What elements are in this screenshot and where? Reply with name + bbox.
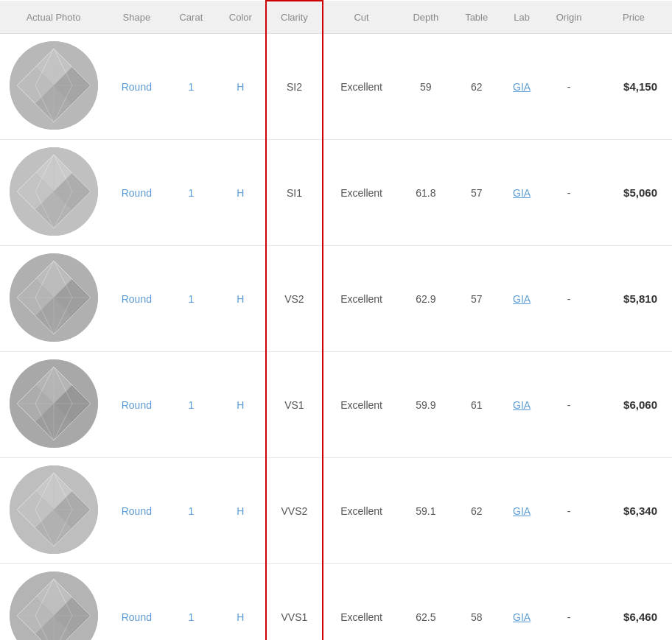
- cell-color: H: [216, 564, 266, 641]
- cell-price: $5,060: [595, 140, 672, 246]
- table-row: Round 1 H VS2 Excellent 62.9 57 GIA - $5…: [0, 246, 672, 352]
- cell-origin: -: [542, 564, 595, 641]
- cell-origin: -: [542, 352, 595, 458]
- table-row: Round 1 H VVS1 Excellent 62.5 58 GIA - $…: [0, 564, 672, 641]
- cell-lab[interactable]: GIA: [501, 140, 543, 246]
- cell-depth: 62.5: [399, 564, 452, 641]
- cell-lab[interactable]: GIA: [501, 34, 543, 140]
- cell-table: 58: [452, 564, 501, 641]
- diamond-photo: [0, 140, 107, 246]
- cell-origin: -: [542, 34, 595, 140]
- cell-carat: 1: [167, 140, 216, 246]
- diamond-image: [10, 41, 98, 130]
- diamond-table: Actual Photo Shape Carat Color Clarity C…: [0, 0, 672, 640]
- cell-cut: Excellent: [323, 140, 399, 246]
- cell-clarity: VVS1: [266, 564, 323, 641]
- cell-shape: Round: [107, 352, 167, 458]
- cell-shape: Round: [107, 246, 167, 352]
- cell-lab[interactable]: GIA: [501, 352, 543, 458]
- cell-color: H: [216, 458, 266, 564]
- header-table: Table: [452, 1, 501, 34]
- cell-price: $4,150: [595, 34, 672, 140]
- diamond-image: [10, 359, 98, 448]
- diamond-photo: [0, 458, 107, 564]
- table-header: Actual Photo Shape Carat Color Clarity C…: [0, 1, 672, 34]
- cell-clarity: VS2: [266, 246, 323, 352]
- cell-color: H: [216, 140, 266, 246]
- header-cut: Cut: [323, 1, 399, 34]
- cell-cut: Excellent: [323, 34, 399, 140]
- cell-depth: 61.8: [399, 140, 452, 246]
- cell-price: $6,460: [595, 564, 672, 641]
- cell-clarity: SI1: [266, 140, 323, 246]
- cell-shape: Round: [107, 34, 167, 140]
- cell-cut: Excellent: [323, 352, 399, 458]
- cell-cut: Excellent: [323, 458, 399, 564]
- cell-color: H: [216, 246, 266, 352]
- diamond-photo: [0, 564, 107, 641]
- cell-table: 57: [452, 246, 501, 352]
- header-color: Color: [216, 1, 266, 34]
- cell-carat: 1: [167, 458, 216, 564]
- table-row: Round 1 H SI2 Excellent 59 62 GIA - $4,1…: [0, 34, 672, 140]
- header-price: Price: [595, 1, 672, 34]
- cell-origin: -: [542, 140, 595, 246]
- cell-table: 62: [452, 458, 501, 564]
- cell-origin: -: [542, 246, 595, 352]
- cell-shape: Round: [107, 564, 167, 641]
- diamond-photo: [0, 352, 107, 458]
- table-row: Round 1 H VS1 Excellent 59.9 61 GIA - $6…: [0, 352, 672, 458]
- table-row: Round 1 H SI1 Excellent 61.8 57 GIA - $5…: [0, 140, 672, 246]
- header-shape: Shape: [107, 1, 167, 34]
- cell-color: H: [216, 352, 266, 458]
- cell-color: H: [216, 34, 266, 140]
- cell-depth: 59: [399, 34, 452, 140]
- cell-shape: Round: [107, 140, 167, 246]
- cell-shape: Round: [107, 458, 167, 564]
- cell-clarity: VVS2: [266, 458, 323, 564]
- cell-lab[interactable]: GIA: [501, 246, 543, 352]
- cell-lab[interactable]: GIA: [501, 564, 543, 641]
- header-origin: Origin: [542, 1, 595, 34]
- diamond-image: [10, 253, 98, 342]
- header-carat: Carat: [167, 1, 216, 34]
- cell-origin: -: [542, 458, 595, 564]
- cell-cut: Excellent: [323, 564, 399, 641]
- header-clarity: Clarity: [266, 1, 323, 34]
- cell-price: $6,060: [595, 352, 672, 458]
- cell-clarity: VS1: [266, 352, 323, 458]
- header-depth: Depth: [399, 1, 452, 34]
- cell-price: $6,340: [595, 458, 672, 564]
- diamond-image: [10, 147, 98, 236]
- cell-carat: 1: [167, 34, 216, 140]
- cell-cut: Excellent: [323, 246, 399, 352]
- cell-carat: 1: [167, 564, 216, 641]
- header-photo: Actual Photo: [0, 1, 107, 34]
- cell-table: 61: [452, 352, 501, 458]
- cell-depth: 59.9: [399, 352, 452, 458]
- cell-clarity: SI2: [266, 34, 323, 140]
- cell-table: 57: [452, 140, 501, 246]
- cell-depth: 62.9: [399, 246, 452, 352]
- cell-price: $5,810: [595, 246, 672, 352]
- cell-carat: 1: [167, 246, 216, 352]
- diamond-photo: [0, 34, 107, 140]
- cell-depth: 59.1: [399, 458, 452, 564]
- table-row: Round 1 H VVS2 Excellent 59.1 62 GIA - $…: [0, 458, 672, 564]
- cell-table: 62: [452, 34, 501, 140]
- header-lab: Lab: [501, 1, 543, 34]
- diamond-photo: [0, 246, 107, 352]
- cell-lab[interactable]: GIA: [501, 458, 543, 564]
- cell-carat: 1: [167, 352, 216, 458]
- diamond-image: [10, 572, 98, 640]
- diamond-image: [10, 465, 98, 554]
